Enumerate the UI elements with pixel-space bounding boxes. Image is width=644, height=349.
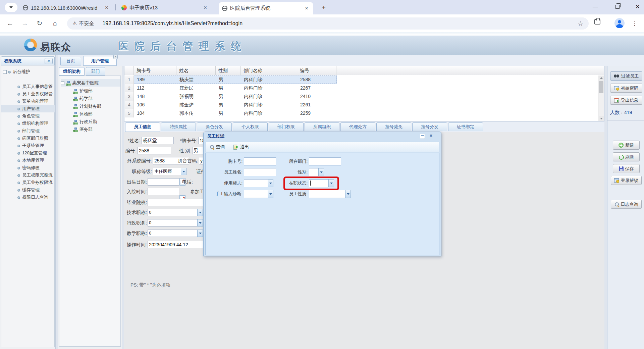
home-button[interactable]: ⌂: [50, 18, 60, 29]
login-unlock-button[interactable]: 登录解锁: [611, 176, 642, 185]
tab-close-icon[interactable]: ×: [103, 4, 110, 11]
refresh-button[interactable]: 刷新: [613, 152, 640, 161]
dialog-nature-combo[interactable]: [309, 190, 351, 198]
sidebar-item-7[interactable]: 病区部门对照: [17, 135, 55, 142]
browser-tab-1[interactable]: 192.168.19.118:63000/#/resid ×: [19, 2, 113, 13]
sidebar-item-12[interactable]: 员工权限完整流: [17, 171, 55, 179]
grid-header-name[interactable]: 姓名: [176, 66, 216, 75]
dialog-titlebar[interactable]: 员工过滤 ×: [204, 132, 441, 141]
org-dept-4[interactable]: 行政后勤: [73, 118, 120, 126]
tech-title-combo[interactable]: 0: [148, 209, 203, 216]
url-text[interactable]: 192.168.19.179:8025/com.ylz.his/HisServl…: [98, 20, 578, 27]
tab-role-dispatch[interactable]: 角色分发: [197, 122, 232, 131]
org-root-node[interactable]: 惠安县中医院: [61, 79, 120, 87]
sidebar-item-8[interactable]: 子系统管理: [17, 142, 55, 149]
dialog-useflag-combo[interactable]: [244, 179, 273, 187]
table-row-2[interactable]: 2 112 庄新民 男 内科门诊 2267: [125, 84, 337, 92]
scroll-up-icon[interactable]: [599, 76, 604, 81]
dialog-jobstatus-combo[interactable]: [309, 179, 334, 187]
dropdown-trigger-icon[interactable]: [318, 168, 324, 176]
tab-home[interactable]: 首页: [60, 57, 81, 65]
sidebar-item-0[interactable]: 员工人事信息管: [17, 83, 55, 90]
browser-tab-2[interactable]: 电子病历v13 ×: [118, 2, 212, 13]
admit-time-input[interactable]: [148, 188, 179, 195]
dialog-manual-dx-combo[interactable]: [244, 190, 273, 198]
org-dept-1[interactable]: 药学部: [73, 95, 120, 102]
sidebar-item-6[interactable]: 部门管理: [17, 127, 55, 135]
dialog-dept-input[interactable]: [309, 157, 341, 165]
scrollbar-thumb[interactable]: [599, 81, 603, 93]
right-splitter[interactable]: [604, 66, 607, 349]
dialog-gender-combo[interactable]: [309, 168, 324, 176]
tab-dept-perm[interactable]: 部门权限: [269, 122, 304, 131]
sidebar-item-2[interactable]: 菜单功能管理: [17, 98, 55, 105]
filter-employee-button[interactable]: 过滤员工: [610, 71, 642, 81]
tab-employee-info[interactable]: 员工信息: [125, 122, 160, 132]
birth-date-input[interactable]: [148, 178, 179, 186]
bookmark-star-icon[interactable]: ☆: [578, 20, 583, 28]
rank-combo[interactable]: 主任医师: [153, 168, 186, 175]
dropdown-trigger-icon[interactable]: [328, 179, 334, 187]
back-button[interactable]: ←: [5, 18, 15, 29]
dialog-maximize-icon[interactable]: [420, 134, 425, 139]
dropdown-trigger-icon[interactable]: [197, 209, 203, 216]
grid-header-code[interactable]: 编号: [297, 66, 336, 75]
tab-org-belong[interactable]: 所属组织: [305, 122, 339, 131]
sidebar-item-4[interactable]: 角色管理: [17, 112, 55, 120]
tree-node-root[interactable]: 后台维护: [3, 68, 30, 76]
collapse-sidebar-button[interactable]: «: [45, 58, 53, 64]
teach-title-combo[interactable]: 0: [148, 230, 203, 237]
tab-reg-dispatch[interactable]: 挂号分发: [412, 122, 447, 131]
sidebar-item-10[interactable]: 本地库管理: [17, 157, 55, 164]
org-dept-3[interactable]: 体检部: [73, 110, 120, 118]
org-dept-0[interactable]: 护理部: [73, 87, 120, 95]
address-bar[interactable]: ⚠ 不安全 192.168.19.179:8025/com.ylz.his/Hi…: [67, 17, 589, 30]
dropdown-trigger-icon[interactable]: [197, 230, 203, 237]
grid-scrollbar[interactable]: [598, 76, 604, 121]
tree-collapse-icon[interactable]: [61, 81, 64, 85]
sidebar-item-3-selected[interactable]: 用户管理: [1, 105, 55, 112]
sidebar-item-9[interactable]: 120配置管理: [17, 149, 55, 157]
new-tab-button[interactable]: +: [319, 3, 328, 12]
sidebar-item-11[interactable]: 密码修改: [17, 164, 55, 171]
admin-duty-combo[interactable]: 0: [148, 219, 203, 227]
grid-header-gender[interactable]: 性别: [216, 66, 241, 75]
save-button[interactable]: 保存: [613, 164, 640, 173]
table-row-4[interactable]: 4 106 陈金炉 男 内科门诊 2261: [125, 101, 337, 109]
tab-org-structure[interactable]: 组织架构: [59, 67, 85, 76]
dialog-close-icon[interactable]: ×: [428, 133, 434, 138]
tab-department[interactable]: 部门: [86, 67, 105, 76]
forward-button[interactable]: →: [19, 18, 30, 29]
browser-menu-icon[interactable]: ⋮: [629, 18, 640, 29]
tab-user-management[interactable]: 用户管理 ×: [83, 56, 117, 66]
dialog-exit-button[interactable]: 退出: [233, 144, 249, 150]
dialog-query-button[interactable]: 查询: [210, 144, 225, 150]
tab-close-icon[interactable]: ×: [202, 4, 209, 11]
dropdown-trigger-icon[interactable]: [181, 168, 186, 175]
sidebar-item-14[interactable]: 缓存管理: [17, 186, 55, 194]
sidebar-item-1[interactable]: 员工业务权限管: [17, 90, 55, 98]
code-input[interactable]: [138, 147, 171, 154]
log-query-button[interactable]: 日志查询: [611, 200, 642, 209]
dropdown-trigger-icon[interactable]: [197, 219, 203, 227]
table-row-1[interactable]: 1 189 杨庆堂 男 内科门诊 2588: [125, 76, 337, 84]
window-close-button[interactable]: ×: [630, 0, 644, 13]
table-row-5[interactable]: 5 104 郭本传 男 内科门诊 2259: [125, 109, 337, 117]
browser-tab-3-active[interactable]: 医院后台管理系统 ×: [219, 2, 313, 14]
tab-close-icon[interactable]: ×: [113, 55, 118, 59]
tab-reg-discount[interactable]: 挂号减免: [376, 122, 411, 131]
security-badge[interactable]: ⚠ 不安全: [72, 20, 98, 27]
new-button[interactable]: 新建: [613, 141, 640, 150]
tab-special-attr[interactable]: 特殊属性: [161, 122, 196, 131]
tab-search-button[interactable]: [5, 3, 17, 12]
school-input[interactable]: [148, 199, 205, 206]
scroll-down-icon[interactable]: [599, 116, 604, 121]
sidebar-item-13[interactable]: 员工业务权限流: [17, 179, 55, 186]
tab-cert-bind[interactable]: 证书绑定: [448, 122, 483, 131]
grid-header-badge[interactable]: 胸卡号: [134, 66, 176, 75]
reload-button[interactable]: ↻: [34, 18, 45, 29]
org-dept-5[interactable]: 医务部: [73, 126, 120, 133]
dropdown-trigger-icon[interactable]: [345, 190, 351, 198]
op-time-input[interactable]: [148, 241, 205, 248]
org-dept-2[interactable]: 计划财务部: [73, 103, 120, 110]
